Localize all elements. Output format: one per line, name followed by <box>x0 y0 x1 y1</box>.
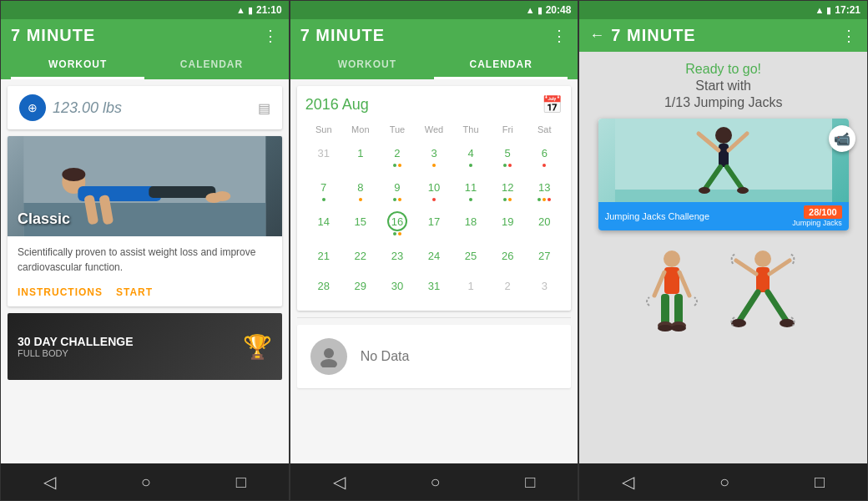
app-title-2: 7 MINUTE <box>300 26 385 45</box>
weight-value: 123.00 lbs <box>53 99 122 117</box>
cal-week-1: 31 1 2 3 4 5 6 <box>305 139 563 170</box>
instructions-btn[interactable]: INSTRUCTIONS <box>18 286 103 298</box>
cal-day-25[interactable]: 25 <box>452 242 489 269</box>
cal-day-15[interactable]: 15 <box>342 208 379 239</box>
cal-day-1-next[interactable]: 1 <box>452 272 489 299</box>
svg-line-37 <box>768 292 786 321</box>
svg-line-36 <box>739 292 758 321</box>
cal-day-5[interactable]: 5 <box>489 139 526 170</box>
cal-h-tue: Tue <box>379 123 416 136</box>
home-nav-3[interactable]: ○ <box>719 473 729 492</box>
cal-day-18[interactable]: 18 <box>452 208 489 239</box>
calendar-nav-icon[interactable]: 📅 <box>542 94 563 114</box>
cal-day-27[interactable]: 27 <box>526 242 563 269</box>
menu-dots-2[interactable]: ⋮ <box>552 27 568 45</box>
cal-day-17[interactable]: 17 <box>416 208 452 239</box>
cal-day-29[interactable]: 29 <box>342 272 379 299</box>
trophy-icon: 🏆 <box>243 333 272 361</box>
challenge-card[interactable]: 30 DAY CHALLENGE FULL BODY 🏆 <box>8 313 282 380</box>
svg-point-10 <box>324 348 334 358</box>
cal-day-12[interactable]: 12 <box>489 174 526 205</box>
cal-header-row: Sun Mon Tue Wed Thu Fri Sat <box>305 123 563 136</box>
cal-day-31-prev[interactable]: 31 <box>305 139 342 170</box>
svg-rect-5 <box>149 186 215 198</box>
cal-day-28[interactable]: 28 <box>305 272 342 299</box>
svg-point-32 <box>754 250 771 267</box>
cal-day-30[interactable]: 30 <box>379 272 416 299</box>
cal-day-14[interactable]: 14 <box>305 208 342 239</box>
cal-day-23[interactable]: 23 <box>379 242 416 269</box>
back-nav-3[interactable]: ◁ <box>622 472 634 492</box>
tab-workout-2[interactable]: WORKOUT <box>300 52 434 79</box>
cal-day-7[interactable]: 7 <box>305 174 342 205</box>
back-nav-2[interactable]: ◁ <box>333 472 346 492</box>
tabs-1: WORKOUT CALENDAR <box>11 52 279 79</box>
cal-day-9[interactable]: 9 <box>379 174 416 205</box>
cal-day-13[interactable]: 13 <box>526 174 563 205</box>
cal-day-31[interactable]: 31 <box>416 272 452 299</box>
cal-day-22[interactable]: 22 <box>342 242 379 269</box>
cal-day-1[interactable]: 1 <box>342 139 379 170</box>
time-1: 21:10 <box>256 4 282 16</box>
menu-dots-1[interactable]: ⋮ <box>263 27 279 45</box>
cal-day-4[interactable]: 4 <box>452 139 489 170</box>
video-badge: 28/100 <box>804 205 842 219</box>
cal-day-26[interactable]: 26 <box>489 242 526 269</box>
cal-day-16-today[interactable]: 16 <box>379 208 416 239</box>
signal-icon-2: ▲ <box>526 5 535 15</box>
cal-day-21[interactable]: 21 <box>305 242 342 269</box>
recent-nav-1[interactable]: □ <box>236 473 246 492</box>
svg-point-39 <box>780 319 795 327</box>
recent-nav-2[interactable]: □ <box>525 473 535 492</box>
app-header-1: 7 MINUTE ⋮ WORKOUT CALENDAR <box>1 19 289 79</box>
start-btn[interactable]: START <box>116 286 153 298</box>
tab-calendar-2[interactable]: CALENDAR <box>434 52 568 79</box>
cal-day-2[interactable]: 2 <box>379 139 416 170</box>
tabs-2: WORKOUT CALENDAR <box>300 52 568 79</box>
divider <box>297 317 572 318</box>
header-row-1: 7 MINUTE ⋮ <box>11 26 279 52</box>
screens-container: ▲ ▮ 21:10 7 MINUTE ⋮ WORKOUT CALENDAR ⊕ … <box>0 0 868 501</box>
chart-icon[interactable]: ▤ <box>258 100 270 116</box>
svg-point-20 <box>699 187 710 194</box>
svg-rect-15 <box>719 144 729 167</box>
header-row-2: 7 MINUTE ⋮ <box>300 26 568 52</box>
cal-h-sat: Sat <box>526 123 563 136</box>
challenge-title: 30 DAY CHALLENGE <box>18 335 133 348</box>
tab-calendar-1[interactable]: CALENDAR <box>144 52 278 79</box>
exercise-figures <box>586 247 860 356</box>
svg-point-21 <box>737 187 749 194</box>
tab-workout-1[interactable]: WORKOUT <box>11 52 144 79</box>
back-nav-1[interactable]: ◁ <box>43 472 56 492</box>
cal-day-8[interactable]: 8 <box>342 174 379 205</box>
cal-day-11[interactable]: 11 <box>452 174 489 205</box>
cal-day-2-next[interactable]: 2 <box>489 272 526 299</box>
cal-day-10[interactable]: 10 <box>416 174 452 205</box>
cal-day-20[interactable]: 20 <box>526 208 563 239</box>
cal-day-24[interactable]: 24 <box>416 242 452 269</box>
video-card[interactable]: Jumping Jacks Challenge 28/100 Jumping J… <box>598 119 849 230</box>
signal-icon: ▲ <box>236 5 245 15</box>
weight-left: ⊕ 123.00 lbs <box>19 94 122 121</box>
cal-day-3-next[interactable]: 3 <box>526 272 563 299</box>
workout-actions: INSTRUCTIONS START <box>8 283 282 306</box>
challenge-sub: FULL BODY <box>18 348 133 358</box>
cal-day-19[interactable]: 19 <box>489 208 526 239</box>
cal-day-6[interactable]: 6 <box>526 139 563 170</box>
nav-bar-3: ◁ ○ □ <box>579 463 867 500</box>
menu-dots-3[interactable]: ⋮ <box>841 27 857 45</box>
home-nav-2[interactable]: ○ <box>430 473 440 492</box>
svg-line-25 <box>679 272 689 296</box>
svg-rect-23 <box>664 267 679 294</box>
cal-day-3[interactable]: 3 <box>416 139 452 170</box>
screen1: ▲ ▮ 21:10 7 MINUTE ⋮ WORKOUT CALENDAR ⊕ … <box>0 0 290 501</box>
recent-nav-3[interactable]: □ <box>815 473 825 492</box>
camera-icon[interactable]: 📹 <box>829 125 855 152</box>
calendar-grid: Sun Mon Tue Wed Thu Fri Sat 31 1 2 3 <box>305 123 563 299</box>
video-badge-container: 28/100 Jumping Jacks <box>792 205 842 227</box>
back-button-3[interactable]: ← <box>589 27 604 44</box>
svg-rect-27 <box>674 294 683 326</box>
weight-icon: ⊕ <box>19 94 46 121</box>
home-nav-1[interactable]: ○ <box>141 473 151 492</box>
svg-line-35 <box>770 261 790 274</box>
